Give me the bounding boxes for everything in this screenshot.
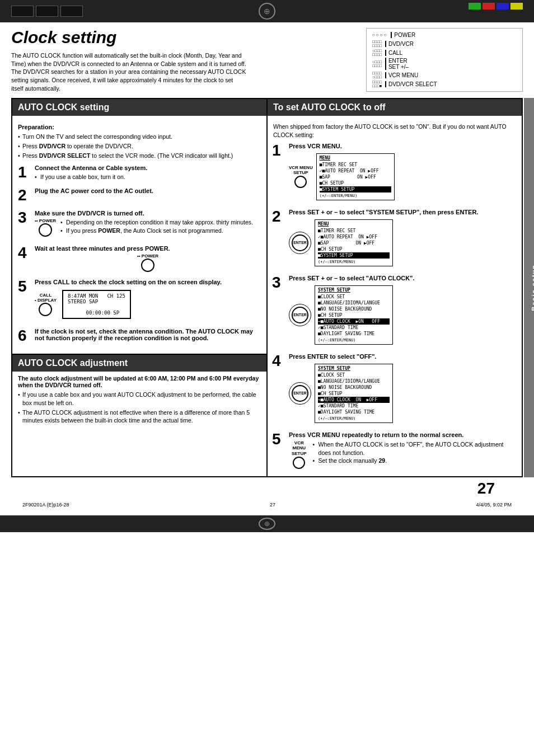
right-step-4: 4 Press ENTER to select "OFF". ENTER SYS… — [272, 353, 517, 425]
menu-screen-step4: SYSTEM SETUP ■CLOCK SET ■LANGUAGE/IDIOMA… — [315, 364, 393, 423]
footer-left: 2F90201A (E)p16-28 — [22, 502, 69, 508]
page-number: 27 — [477, 480, 495, 497]
enter-circle-step4: ENTER — [292, 385, 308, 402]
step-1-number: 1 — [18, 165, 30, 180]
footer: 2F90201A (E)p16-28 27 4/4/05, 9:02 PM — [11, 500, 523, 510]
right-step-1-title: Press VCR MENU. — [289, 143, 517, 149]
vcr-menu-btn-step5: VCR MENUSETUP — [289, 440, 310, 469]
right-step-5-title: Press VCR MENU repeatedly to return to t… — [289, 431, 517, 438]
step-4-number: 4 — [18, 245, 30, 261]
enter-ring-step3: ENTER — [289, 304, 311, 326]
right-step-3-title: Press SET + or – to select "AUTO CLOCK". — [289, 275, 517, 281]
right-step-5: 5 Press VCR MENU repeatedly to return to… — [272, 431, 517, 469]
step-3-bullet-1: Depending on the reception condition it … — [60, 218, 253, 227]
right-step-3: 3 Press SET + or – to select "AUTO CLOCK… — [272, 275, 517, 346]
adj-bullet-2: The AUTO CLOCK adjustment is not effecti… — [18, 408, 261, 425]
left-section-content: Preparation: Turn ON the TV and select t… — [12, 120, 266, 354]
step-5: 5 Press CALL to check the clock setting … — [18, 279, 261, 321]
vcr-menu-circle-step5 — [293, 457, 305, 469]
step-1-content: Connect the Antenna or Cable system. If … — [35, 165, 261, 181]
step-2-title: Plug the AC power cord to the AC outlet. — [35, 187, 261, 194]
power-circle-step3 — [39, 223, 52, 237]
bottom-symbol: ⊕ — [259, 518, 275, 530]
prep-bullet-3: Press DVD/VCR SELECT to select the VCR m… — [18, 152, 261, 160]
right-step-3-number: 3 — [272, 275, 284, 290]
step-2-content: Plug the AC power cord to the AC outlet. — [35, 187, 261, 196]
right-step-2-content: Press SET + or – to select "SYSTEM SETUP… — [289, 209, 517, 268]
step-4: 4 Wait at least three minutes and press … — [18, 245, 261, 272]
adj-bullet-1: If you use a cable box and you want AUTO… — [18, 391, 261, 407]
side-label-container: Basic setup — [524, 98, 534, 477]
right-step-5-bullet-2: Set the clock manually 29. — [313, 457, 517, 465]
step-5-content: Press CALL to check the clock setting on… — [35, 279, 261, 321]
footer-center: 27 — [270, 502, 275, 508]
right-steps: 1 Press VCR MENU. VCR MENUSETUP MENU ■TI… — [268, 143, 522, 469]
left-column: AUTO CLOCK setting Preparation: Turn ON … — [11, 98, 267, 477]
adjustment-content: The auto clock adjustment will be update… — [12, 372, 266, 433]
clock-display: 8:47AM MON CH 125 STEREO SAP 00:00:00 SP — [62, 290, 131, 319]
power-circle-step4 — [141, 259, 154, 272]
right-step-2: 2 Press SET + or – to select "SYSTEM SET… — [272, 209, 517, 268]
right-step-3-content: Press SET + or – to select "AUTO CLOCK".… — [289, 275, 517, 346]
step-4-title: Wait at least three minutes and press PO… — [35, 245, 261, 252]
right-column: To set AUTO CLOCK to off When shipped fr… — [267, 98, 523, 477]
top-bar: ⊕ — [0, 0, 534, 22]
auto-clock-setting-header: AUTO CLOCK setting — [12, 99, 266, 116]
top-center-symbol: ⊕ — [259, 3, 275, 20]
step-3: 3 Make sure the DVD/VCR is turned off. •… — [18, 210, 261, 238]
enter-ring-step4: ENTER — [289, 382, 311, 405]
call-circle-step5 — [39, 303, 52, 316]
step-4-content: Wait at least three minutes and press PO… — [35, 245, 261, 272]
step-6: 6 If the clock is not set, check the ant… — [18, 328, 261, 344]
footer-right: 4/4/05, 9:02 PM — [476, 502, 512, 508]
step-2-number: 2 — [18, 187, 30, 203]
side-label: Basic setup — [531, 264, 534, 311]
right-step-4-content: Press ENTER to select "OFF". ENTER SYSTE… — [289, 353, 517, 425]
prep-bullets: Turn ON the TV and select the correspond… — [18, 133, 261, 159]
remote-call-label: CALL — [385, 50, 402, 56]
prep-bullet-2: Press DVD/VCR to operate the DVD/VCR. — [18, 142, 261, 151]
page-description: The AUTO CLOCK function will automatical… — [11, 51, 246, 92]
adjustment-header: AUTO CLOCK adjustment — [12, 355, 266, 372]
to-set-off-header: To set AUTO CLOCK to off — [268, 99, 522, 116]
top-bar-left-block — [11, 6, 83, 17]
adjustment-bold: The auto clock adjustment will be update… — [18, 375, 261, 388]
step-5-title: Press CALL to check the clock setting on… — [35, 279, 261, 285]
step-3-bullet-2: If you press POWER, the Auto Clock set i… — [60, 227, 253, 235]
step-2: 2 Plug the AC power cord to the AC outle… — [18, 187, 261, 203]
vcr-menu-btn-step1: VCR MENUSETUP — [289, 165, 313, 189]
step-6-number: 6 — [18, 328, 30, 344]
remote-dvdvcr-label: DVD/VCR — [385, 41, 414, 47]
enter-ring-step2: ENTER — [289, 232, 311, 254]
step-1-bullet: If you use a cable box, turn it on. — [35, 173, 261, 181]
right-step-2-number: 2 — [272, 209, 284, 224]
remote-set-label: SET +/– — [388, 64, 409, 70]
color-blocks — [469, 3, 523, 10]
enter-circle-step2: ENTER — [292, 234, 308, 251]
right-step-5-bullet-1: When the AUTO CLOCK is set to "OFF", the… — [313, 440, 517, 457]
right-step-1: 1 Press VCR MENU. VCR MENUSETUP MENU ■TI… — [272, 143, 517, 202]
right-step-5-number: 5 — [272, 431, 284, 447]
remote-vcrmenu-label: VCR MENU — [385, 72, 418, 78]
remote-dvdvcrselect-label: DVD/VCR SELECT — [385, 81, 437, 87]
remote-diagram: ○○○○ POWER □□□□□□□□ DVD/VCR ○□□□□□□□ CAL… — [366, 28, 523, 92]
page-title: Clock setting — [11, 28, 355, 47]
power-btn-step4: •• POWER — [35, 253, 261, 272]
step-3-number: 3 — [18, 210, 30, 226]
right-intro: When shipped from factory the AUTO CLOCK… — [268, 120, 522, 142]
right-step-5-content: Press VCR MENU repeatedly to return to t… — [289, 431, 517, 469]
remote-power-label: POWER — [391, 32, 415, 38]
adjustment-bullets: If you use a cable box and you want AUTO… — [18, 391, 261, 425]
step-3-title: Make sure the DVD/VCR is turned off. — [35, 210, 261, 217]
menu-screen-step2: MENU ■TIMER REC SET ✓■AUTO REPEAT ON ▶OF… — [315, 219, 393, 266]
power-btn-step3: •• POWER — [35, 218, 56, 237]
right-step-4-title: Press ENTER to select "OFF". — [289, 353, 517, 360]
step-5-number: 5 — [18, 279, 30, 294]
step-6-content: If the clock is not set, check the anten… — [35, 328, 261, 343]
remote-enter-label: ENTER — [388, 58, 409, 64]
step-1-title: Connect the Antenna or Cable system. — [35, 165, 261, 171]
step-3-content: Make sure the DVD/VCR is turned off. •• … — [35, 210, 261, 238]
right-step-1-number: 1 — [272, 143, 284, 158]
title-section: Clock setting The AUTO CLOCK function wi… — [11, 28, 523, 92]
prep-title: Preparation: — [18, 124, 261, 130]
